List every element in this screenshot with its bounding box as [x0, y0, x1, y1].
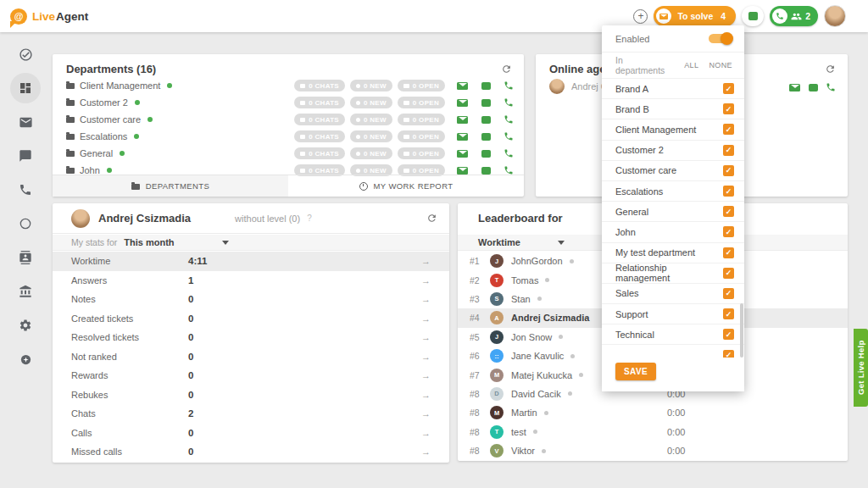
checkbox-checked[interactable] — [723, 308, 734, 319]
chat-action-icon[interactable] — [481, 116, 491, 124]
chats-chip[interactable]: 0 CHATS — [294, 114, 345, 125]
mail-action-icon[interactable] — [457, 150, 468, 158]
chat-action-icon[interactable] — [481, 150, 491, 158]
chats-chip[interactable]: 0 CHATS — [294, 130, 345, 142]
checkbox-checked[interactable] — [723, 124, 734, 135]
department-checkbox-item[interactable]: Customer 2 — [602, 140, 744, 160]
department-checkbox-item-partial[interactable] — [602, 344, 744, 358]
chat-action-icon[interactable] — [481, 82, 491, 90]
checkbox-checked[interactable] — [723, 350, 734, 358]
department-row[interactable]: Escalations 0 CHATS 0 NEW 0 OPEN — [66, 128, 514, 145]
get-live-help-button[interactable]: Get Live Help — [854, 329, 868, 407]
stat-row[interactable]: Worktime4:11 — [53, 252, 449, 271]
new-chip[interactable]: 0 NEW — [350, 80, 392, 92]
sidebar-item-billing[interactable] — [0, 274, 51, 308]
to-solve-button[interactable]: To solve 4 — [654, 6, 736, 26]
stat-row[interactable]: Calls0 — [53, 424, 449, 443]
checkbox-checked[interactable] — [723, 165, 734, 176]
checkbox-checked[interactable] — [723, 83, 734, 94]
department-checkbox-item[interactable]: Brand B — [602, 98, 744, 119]
new-chip[interactable]: 0 NEW — [350, 114, 392, 125]
sidebar-item-tickets[interactable] — [0, 37, 51, 71]
sidebar-item-calls[interactable] — [0, 173, 51, 207]
mail-action-icon[interactable] — [457, 133, 468, 141]
chevron-down-icon[interactable] — [558, 241, 565, 245]
sidebar-item-dashboard[interactable] — [0, 71, 51, 105]
sidebar-item-settings[interactable] — [0, 308, 51, 342]
open-chip[interactable]: 0 OPEN — [398, 147, 445, 159]
sidebar-item-addons[interactable] — [0, 342, 51, 376]
department-checkbox-item[interactable]: Relationship management — [602, 263, 744, 283]
enabled-toggle[interactable] — [709, 34, 732, 43]
save-button[interactable]: SAVE — [615, 363, 656, 380]
new-chip[interactable]: 0 NEW — [350, 130, 392, 142]
department-checkbox-item[interactable]: General — [602, 201, 744, 221]
select-none-button[interactable]: NONE — [709, 61, 732, 69]
add-icon[interactable] — [633, 9, 648, 24]
checkbox-checked[interactable] — [723, 288, 734, 299]
department-checkbox-item[interactable]: Brand A — [602, 78, 744, 98]
department-row[interactable]: General 0 CHATS 0 NEW 0 OPEN — [66, 145, 514, 162]
mail-action-icon[interactable] — [457, 99, 468, 107]
liveagent-logo[interactable]: Live Agent — [10, 8, 88, 25]
call-action-icon[interactable] — [504, 131, 514, 141]
user-avatar[interactable] — [824, 5, 846, 27]
department-checkbox-item[interactable]: John — [602, 221, 744, 241]
department-checkbox-item[interactable]: Support — [602, 303, 744, 324]
department-row[interactable]: Customer care 0 CHATS 0 NEW 0 OPEN — [66, 111, 514, 128]
period-value[interactable]: This month — [124, 237, 174, 247]
leaderboard-row[interactable]: #8Ttest0:00 — [458, 423, 848, 441]
open-chip[interactable]: 0 OPEN — [398, 80, 445, 92]
call-action-icon[interactable] — [504, 80, 514, 91]
stat-row[interactable]: Created tickets0 — [53, 309, 449, 329]
sidebar-item-mail[interactable] — [0, 105, 51, 139]
call-action-icon[interactable] — [826, 82, 836, 92]
open-chip[interactable]: 0 OPEN — [398, 130, 445, 142]
chat-action-icon[interactable] — [481, 133, 491, 141]
chat-action-icon[interactable] — [809, 84, 818, 92]
checkbox-checked[interactable] — [723, 247, 734, 258]
department-checkbox-item[interactable]: My test department — [602, 242, 744, 263]
refresh-icon[interactable] — [501, 63, 512, 78]
stat-row[interactable]: Resolved tickets0 — [53, 328, 449, 347]
open-chip[interactable]: 0 OPEN — [398, 114, 445, 125]
department-checkbox-item[interactable]: Technical — [602, 324, 744, 344]
mail-action-icon[interactable] — [789, 84, 800, 92]
chat-action-icon[interactable] — [481, 99, 491, 107]
open-chip[interactable]: 0 OPEN — [398, 97, 445, 108]
leaderboard-row[interactable]: #8VViktor0:00 — [458, 441, 848, 460]
checkbox-checked[interactable] — [723, 186, 734, 197]
chats-chip[interactable]: 0 CHATS — [294, 97, 345, 108]
checkbox-checked[interactable] — [723, 145, 734, 156]
tab-departments[interactable]: DEPARTMENTS — [53, 175, 288, 197]
stat-row[interactable]: Answers1 — [53, 271, 449, 291]
department-checkbox-item[interactable]: Escalations — [602, 180, 744, 201]
stat-row[interactable]: Chats2 — [53, 404, 449, 424]
chats-chip[interactable]: 0 CHATS — [294, 80, 345, 92]
tab-my-work-report[interactable]: MY WORK REPORT — [288, 175, 524, 197]
refresh-icon[interactable] — [825, 63, 836, 78]
select-all-button[interactable]: ALL — [684, 61, 698, 69]
chat-action-icon[interactable] — [481, 167, 491, 175]
popup-scrollbar[interactable] — [740, 303, 743, 358]
call-action-icon[interactable] — [504, 97, 514, 108]
call-action-icon[interactable] — [504, 114, 514, 125]
stat-row[interactable]: Missed calls0 — [53, 442, 449, 462]
chats-chip[interactable]: 0 CHATS — [294, 147, 345, 159]
phone-status-button[interactable]: 2 — [770, 6, 818, 26]
checkbox-checked[interactable] — [723, 226, 734, 237]
new-chip[interactable]: 0 NEW — [350, 147, 392, 159]
chevron-down-icon[interactable] — [222, 241, 229, 245]
stat-row[interactable]: Not ranked0 — [53, 347, 449, 367]
sidebar-item-status[interactable] — [0, 207, 51, 241]
help-icon[interactable]: ? — [307, 214, 312, 223]
sidebar-item-chat[interactable] — [0, 139, 51, 173]
checkbox-checked[interactable] — [723, 268, 734, 279]
leaderboard-row[interactable]: #8MMartin0:00 — [458, 403, 848, 422]
department-checkbox-item[interactable]: Sales — [602, 283, 744, 303]
stat-row[interactable]: Rewards0 — [53, 366, 449, 385]
department-checkbox-item[interactable]: Client Management — [602, 119, 744, 139]
new-chip[interactable]: 0 NEW — [350, 97, 392, 108]
stat-row[interactable]: Notes0 — [53, 290, 449, 309]
checkbox-checked[interactable] — [723, 206, 734, 217]
